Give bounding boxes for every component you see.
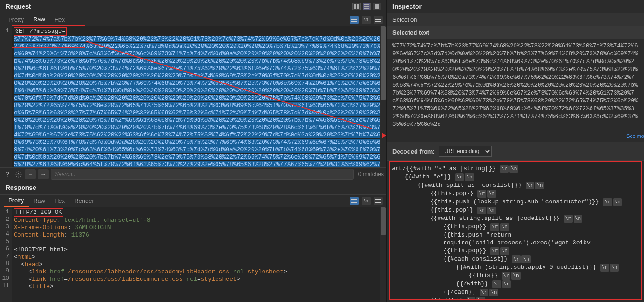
request-tab-bar: Pretty Raw Hex \n xyxy=(0,13,386,26)
view-single-icon[interactable] xyxy=(373,3,381,10)
selected-text-body[interactable]: %77%72%74%7a%7b%7b%23%77%69%74%68%20%22%… xyxy=(387,39,644,132)
tab-pretty-request[interactable]: Pretty xyxy=(4,14,29,25)
view-split-vertical-icon[interactable] xyxy=(352,3,361,10)
scrollbar-response[interactable] xyxy=(380,207,386,302)
request-line: GET /?message= xyxy=(14,27,67,36)
request-encoded-body[interactable]: %77%72%74%7a%7b%7b%23%77%69%74%68%20%22%… xyxy=(14,36,384,167)
newline-toggle-response[interactable]: \n xyxy=(362,197,371,205)
inspector-title: Inspector xyxy=(392,3,422,10)
search-next-button[interactable]: → xyxy=(38,169,49,179)
svg-point-0 xyxy=(18,173,19,175)
wrap-toggle-response-icon[interactable] xyxy=(350,197,359,205)
response-header: Response xyxy=(0,181,386,195)
view-split-horizontal-icon[interactable] xyxy=(363,3,371,10)
scrollbar-request[interactable] xyxy=(380,26,386,167)
decoded-body[interactable]: wrtz{{#with "s" as |string|}} \r\n{{#wit… xyxy=(389,161,642,300)
search-prev-button[interactable]: ← xyxy=(25,169,36,179)
search-bar: ? ← → 0 matches xyxy=(0,167,386,181)
response-title: Response xyxy=(6,184,36,191)
wrap-toggle-icon[interactable] xyxy=(350,16,359,24)
inspector-header: Inspector xyxy=(387,0,644,13)
selected-text-label: Selected text xyxy=(387,26,644,39)
search-matches-count: 0 matches xyxy=(358,171,384,178)
response-body: 1234567891011 HTTP/2 200 OKContent-Type:… xyxy=(0,207,386,302)
tab-pretty-response[interactable]: Pretty xyxy=(4,195,29,207)
encoding-select[interactable]: URL encoding xyxy=(439,146,492,157)
response-menu-icon[interactable] xyxy=(374,197,383,205)
help-icon[interactable]: ? xyxy=(3,170,12,179)
tab-hex-response[interactable]: Hex xyxy=(50,195,70,207)
tab-render-response[interactable]: Render xyxy=(70,195,99,207)
request-title: Request xyxy=(6,3,31,10)
selection-label: Selection xyxy=(387,13,644,26)
search-input[interactable] xyxy=(51,169,354,180)
settings-icon[interactable] xyxy=(14,170,23,179)
request-header: Request xyxy=(0,0,386,13)
decoded-header: Decoded from: URL encoding xyxy=(387,142,644,161)
response-tab-bar: Pretty Raw Hex Render \n xyxy=(0,195,386,207)
tab-hex-request[interactable]: Hex xyxy=(50,14,70,25)
request-menu-icon[interactable] xyxy=(374,16,383,24)
newline-toggle[interactable]: \n xyxy=(362,16,371,24)
tab-raw-request[interactable]: Raw xyxy=(29,13,50,26)
see-more-link[interactable]: See mo xyxy=(387,132,644,142)
tab-raw-response[interactable]: Raw xyxy=(29,195,50,207)
decoded-from-label: Decoded from: xyxy=(392,148,435,155)
